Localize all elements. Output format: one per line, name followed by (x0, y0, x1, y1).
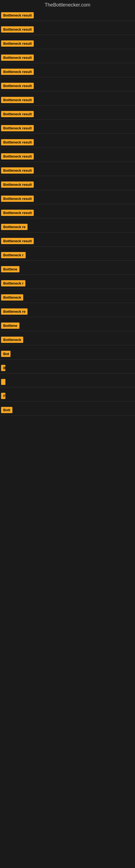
bottleneck-badge-11[interactable]: Bottleneck result (1, 153, 34, 159)
bottleneck-badge-14[interactable]: Bottleneck result (1, 195, 34, 202)
bottleneck-badge-10[interactable]: Bottleneck result (1, 139, 34, 145)
bottleneck-badge-17[interactable]: Bottleneck result (1, 238, 34, 244)
bottleneck-item-5: Bottleneck result (0, 66, 135, 81)
bottleneck-badge-9[interactable]: Bottleneck result (1, 125, 34, 131)
bottleneck-item-12: Bottleneck result (0, 165, 135, 179)
bottleneck-item-22: Bottleneck re (0, 306, 135, 320)
bottleneck-item-29: Bott (0, 405, 135, 419)
site-title: TheBottlenecker.com (0, 0, 135, 10)
bottleneck-item-1: Bottleneck result (0, 10, 135, 24)
bottleneck-item-25: Bot (0, 348, 135, 363)
bottleneck-item-18: Bottleneck r (0, 250, 135, 264)
bottleneck-badge-23[interactable]: Bottlene (1, 322, 19, 329)
bottleneck-badge-18[interactable]: Bottleneck r (1, 252, 26, 258)
bottleneck-item-27 (0, 377, 135, 391)
bottleneck-badge-6[interactable]: Bottleneck result (1, 83, 34, 89)
bottleneck-item-2: Bottleneck result (0, 24, 135, 38)
bottleneck-item-8: Bottleneck result (0, 109, 135, 123)
bottleneck-item-21: Bottleneck (0, 292, 135, 306)
bottleneck-badge-19[interactable]: Bottlene (1, 266, 19, 272)
bottleneck-item-7: Bottleneck result (0, 95, 135, 109)
bottleneck-badge-8[interactable]: Bottleneck result (1, 111, 34, 117)
bottleneck-badge-28[interactable]: F (1, 393, 5, 399)
bottleneck-item-11: Bottleneck result (0, 151, 135, 165)
bottleneck-item-19: Bottlene (0, 264, 135, 278)
bottleneck-item-24: Bottleneck (0, 335, 135, 348)
bottleneck-item-13: Bottleneck result (0, 179, 135, 193)
bottleneck-badge-24[interactable]: Bottleneck (1, 337, 23, 343)
bottleneck-badge-26[interactable]: B (1, 365, 5, 371)
bottleneck-badge-5[interactable]: Bottleneck result (1, 69, 34, 75)
bottleneck-badge-7[interactable]: Bottleneck result (1, 97, 34, 103)
bottleneck-badge-29[interactable]: Bott (1, 407, 12, 413)
bottleneck-badge-2[interactable]: Bottleneck result (1, 26, 34, 33)
bottleneck-item-23: Bottlene (0, 320, 135, 335)
bottleneck-badge-21[interactable]: Bottleneck (1, 294, 23, 301)
bottleneck-item-4: Bottleneck result (0, 52, 135, 66)
bottleneck-badge-13[interactable]: Bottleneck result (1, 182, 34, 188)
bottleneck-item-17: Bottleneck result (0, 236, 135, 250)
bottleneck-badge-25[interactable]: Bot (1, 351, 10, 357)
bottleneck-item-16: Bottleneck re (0, 222, 135, 236)
bottleneck-badge-27[interactable] (1, 379, 5, 385)
bottleneck-badge-16[interactable]: Bottleneck re (1, 224, 28, 230)
bottleneck-badge-3[interactable]: Bottleneck result (1, 40, 34, 46)
bottleneck-item-28: F (0, 391, 135, 405)
bottleneck-badge-12[interactable]: Bottleneck result (1, 167, 34, 174)
bottleneck-badge-20[interactable]: Bottleneck r (1, 280, 26, 286)
bottleneck-item-15: Bottleneck result (0, 208, 135, 222)
bottleneck-badge-15[interactable]: Bottleneck result (1, 210, 34, 216)
bottleneck-badge-22[interactable]: Bottleneck re (1, 308, 28, 315)
bottleneck-badge-1[interactable]: Bottleneck result (1, 12, 34, 19)
bottleneck-item-10: Bottleneck result (0, 137, 135, 151)
bottleneck-item-6: Bottleneck result (0, 81, 135, 95)
bottleneck-item-26: B (0, 363, 135, 377)
bottleneck-item-20: Bottleneck r (0, 278, 135, 292)
bottleneck-badge-4[interactable]: Bottleneck result (1, 55, 34, 61)
bottleneck-item-14: Bottleneck result (0, 193, 135, 208)
bottleneck-item-3: Bottleneck result (0, 38, 135, 52)
bottleneck-item-9: Bottleneck result (0, 123, 135, 137)
